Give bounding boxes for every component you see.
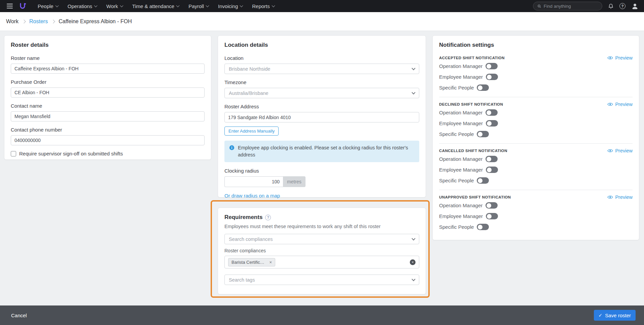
chip-remove-icon[interactable]: × xyxy=(269,260,272,264)
chevron-down-icon xyxy=(412,277,415,281)
contact-phone-input[interactable] xyxy=(11,135,205,145)
operation-manager-toggle[interactable] xyxy=(486,63,498,69)
purchase-order-label: Purchase Order xyxy=(11,79,205,85)
page: People Operations Work Time & attendance… xyxy=(0,0,644,325)
operation-manager-toggle[interactable] xyxy=(486,202,498,209)
employee-manager-toggle[interactable] xyxy=(486,74,498,80)
menu-icon[interactable] xyxy=(7,4,13,8)
contact-name-label: Contact name xyxy=(11,103,205,109)
roster-compliances-field[interactable]: Barista Certificati… × × xyxy=(224,256,419,268)
search-input[interactable] xyxy=(544,4,598,9)
nav-item-work[interactable]: Work xyxy=(102,0,128,12)
preview-link[interactable]: Preview xyxy=(607,55,633,61)
preview-link[interactable]: Preview xyxy=(607,194,633,200)
operation-manager-toggle[interactable] xyxy=(486,109,498,116)
preview-label: Preview xyxy=(615,55,633,61)
chevron-down-icon xyxy=(412,91,415,94)
nav-item-invoicing[interactable]: Invoicing xyxy=(213,0,247,12)
requirements-title: Requirements xyxy=(224,214,262,221)
middle-column: Location details Location Brisbane North… xyxy=(218,35,426,294)
search-compliances-select[interactable]: Search compliances xyxy=(224,234,419,244)
nav-label: People xyxy=(38,3,53,9)
app-logo[interactable] xyxy=(19,2,26,10)
cancel-button[interactable]: Cancel xyxy=(11,313,27,318)
nav-item-people[interactable]: People xyxy=(33,0,63,12)
toggle-label: Operation Manager xyxy=(439,156,482,162)
nav-label: Operations xyxy=(68,3,92,9)
toggle-label: Employee Manager xyxy=(439,213,483,219)
operation-manager-toggle[interactable] xyxy=(486,156,498,162)
chevron-down-icon xyxy=(120,4,123,7)
search-tags-select[interactable]: Search tags xyxy=(224,275,419,285)
supervisor-signoff-checkbox[interactable] xyxy=(11,151,16,156)
nav-item-payroll[interactable]: Payroll xyxy=(184,0,213,12)
nav-label: Work xyxy=(106,3,118,9)
nav-item-reports[interactable]: Reports xyxy=(247,0,279,12)
eye-icon xyxy=(607,195,613,199)
chevron-down-icon xyxy=(412,237,415,240)
user-avatar[interactable] xyxy=(631,2,639,10)
nav-item-operations[interactable]: Operations xyxy=(63,0,102,12)
location-select[interactable]: Brisbane Northside xyxy=(224,64,419,74)
chevron-down-icon xyxy=(206,4,209,7)
notification-section-accepted: ACCEPTED SHIFT NOTIFICATION Preview Oper… xyxy=(439,55,633,97)
toggle-row: Specific People xyxy=(439,222,633,232)
specific-people-toggle[interactable] xyxy=(477,224,489,230)
contact-name-input[interactable] xyxy=(11,111,205,121)
divider xyxy=(439,97,633,97)
preview-link[interactable]: Preview xyxy=(607,102,633,107)
help-icon[interactable]: ? xyxy=(619,3,625,9)
toggle-row: Specific People xyxy=(439,82,633,93)
search-tags-placeholder: Search tags xyxy=(229,277,255,283)
section-header: ACCEPTED SHIFT NOTIFICATION xyxy=(439,56,505,60)
timezone-select[interactable]: Australia/Brisbane xyxy=(224,88,419,98)
chevron-right-icon xyxy=(51,20,55,23)
notifications-bell-icon[interactable] xyxy=(608,3,614,9)
card-title: Location details xyxy=(224,42,419,48)
section-header: CANCELLED SHIFT NOTIFICATION xyxy=(439,149,507,153)
nav-label: Payroll xyxy=(188,3,204,9)
toggle-row: Operation Manager xyxy=(439,61,633,71)
enter-address-manually-button[interactable]: Enter Address Manually xyxy=(224,127,279,136)
notification-section-unapproved: UNAPPROVED SHIFT NOTIFICATION Preview Op… xyxy=(439,194,633,232)
notification-settings-card: Notification settings ACCEPTED SHIFT NOT… xyxy=(432,35,639,240)
employee-manager-toggle[interactable] xyxy=(486,167,498,173)
card-title: Roster details xyxy=(11,42,205,48)
clocking-radius-label: Clocking radius xyxy=(224,168,419,174)
section-header: DECLINED SHIFT NOTIFICATION xyxy=(439,102,503,106)
specific-people-toggle[interactable] xyxy=(477,177,489,184)
main-nav: People Operations Work Time & attendance… xyxy=(33,0,279,12)
roster-name-input[interactable] xyxy=(11,64,205,74)
breadcrumb-rosters[interactable]: Rosters xyxy=(29,19,48,25)
draw-radius-on-map-link[interactable]: Or draw radius on a map xyxy=(224,193,280,198)
top-navbar: People Operations Work Time & attendance… xyxy=(0,0,644,12)
chevron-down-icon xyxy=(176,4,180,7)
clocking-radius-input[interactable] xyxy=(224,176,283,187)
alert-text: Employee app clocking is enabled. Please… xyxy=(238,144,413,158)
toggle-label: Specific People xyxy=(439,224,474,230)
roster-address-input[interactable] xyxy=(224,112,419,122)
section-header: UNAPPROVED SHIFT NOTIFICATION xyxy=(439,195,511,199)
chevron-down-icon xyxy=(272,4,275,7)
breadcrumb-work[interactable]: Work xyxy=(6,19,19,25)
specific-people-toggle[interactable] xyxy=(477,84,489,91)
nav-item-time-attendance[interactable]: Time & attendance xyxy=(128,0,184,12)
supervisor-signoff-row[interactable]: Require supervisor sign-off on submitted… xyxy=(11,151,205,156)
check-icon: ✓ xyxy=(599,313,603,318)
toggle-label: Specific People xyxy=(439,85,474,91)
preview-link[interactable]: Preview xyxy=(607,148,633,153)
info-icon xyxy=(229,145,235,150)
requirements-help-icon[interactable]: ? xyxy=(265,215,271,220)
purchase-order-input[interactable] xyxy=(11,87,205,98)
chevron-down-icon xyxy=(240,4,243,7)
nav-label: Invoicing xyxy=(218,3,238,9)
chevron-down-icon xyxy=(412,66,415,70)
global-search[interactable] xyxy=(533,2,602,10)
save-roster-button[interactable]: ✓ Save roster xyxy=(594,310,636,321)
employee-manager-toggle[interactable] xyxy=(486,213,498,219)
specific-people-toggle[interactable] xyxy=(477,131,489,137)
employee-manager-toggle[interactable] xyxy=(486,120,498,127)
clear-all-icon[interactable]: × xyxy=(410,259,416,265)
roster-name-label: Roster name xyxy=(11,55,205,61)
clocking-radius-unit: metres xyxy=(283,176,306,187)
